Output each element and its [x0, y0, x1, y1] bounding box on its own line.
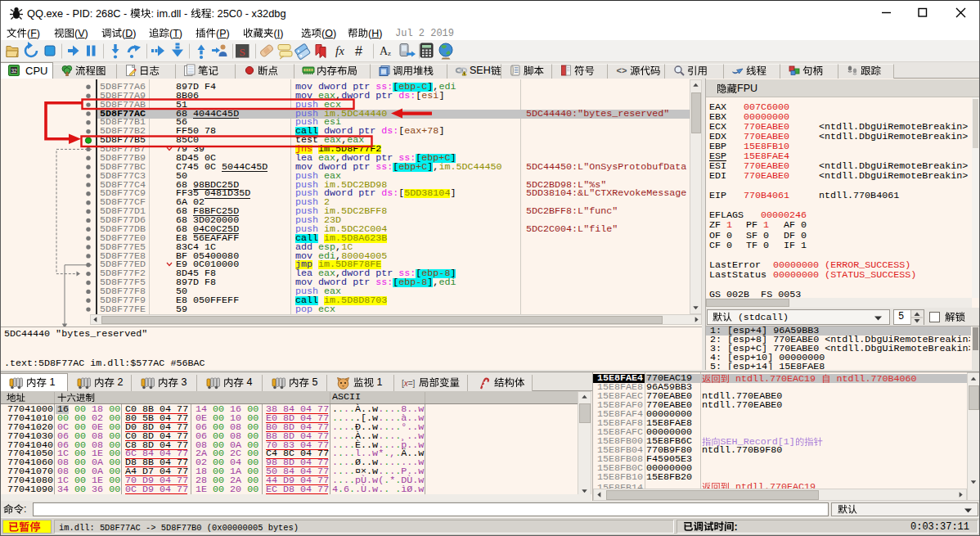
svg-text:fx: fx	[335, 44, 344, 57]
svg-text:<>: <>	[617, 65, 627, 75]
svg-text:S: S	[239, 46, 245, 58]
svg-text:z: z	[388, 49, 391, 57]
svg-text:[x=]: [x=]	[402, 379, 416, 388]
svg-text:32: 32	[11, 68, 17, 74]
svg-text:#: #	[355, 44, 362, 58]
